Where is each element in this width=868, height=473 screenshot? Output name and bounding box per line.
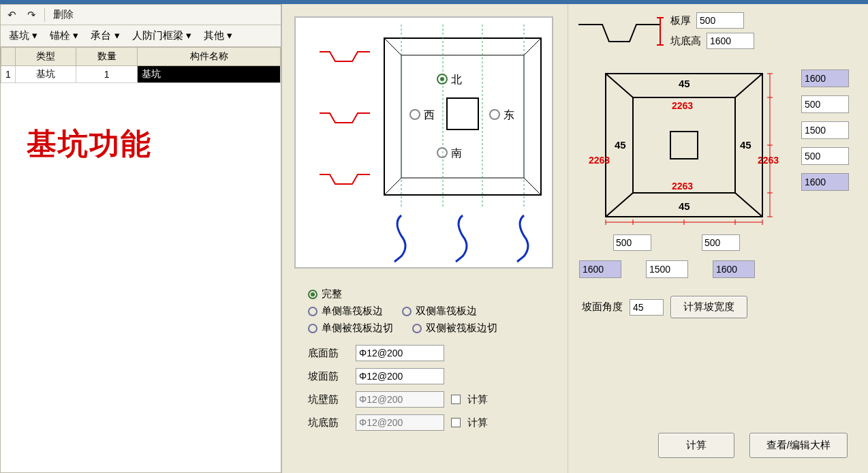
menu-other[interactable]: 其他 ▾	[198, 27, 238, 44]
svg-rect-20	[670, 132, 698, 159]
dim-right: 2263	[758, 155, 779, 166]
dim-bottom-2[interactable]	[646, 260, 688, 278]
svg-point-14	[437, 148, 447, 157]
radio-single-edge[interactable]: 单侧靠筏板边	[308, 305, 383, 318]
row-count: 1	[76, 66, 138, 83]
bottom-rebar-label: 底面筋	[308, 347, 349, 360]
radio-complete-label: 完整	[322, 288, 342, 301]
dir-north-label: 北	[451, 74, 462, 85]
dimension-diagram: 45 45 45 45 2263 2263 2263 2263	[589, 67, 779, 244]
dim-inner-1[interactable]	[613, 234, 651, 251]
wall-rebar-checkbox[interactable]	[451, 395, 461, 404]
radio-double-edge-label: 双侧靠筏板边	[416, 305, 477, 318]
svg-line-24	[735, 193, 762, 217]
svg-rect-9	[447, 98, 478, 129]
radio-single-edge-label: 单侧靠筏板边	[322, 305, 383, 318]
row-index: 1	[1, 66, 16, 83]
svg-line-21	[606, 74, 633, 97]
dim-top: 2263	[672, 100, 693, 111]
row-type: 基坑	[15, 66, 76, 83]
component-grid[interactable]: 类型 数量 构件名称 1 基坑 1 基坑	[1, 47, 281, 83]
menu-cap[interactable]: 承台 ▾	[85, 27, 125, 44]
dim-right-2[interactable]	[801, 95, 849, 113]
radio-double-cut-label: 双侧被筏板边切	[426, 322, 497, 335]
calc-slope-width-button[interactable]: 计算坡宽度	[670, 296, 747, 318]
svg-marker-4	[384, 38, 401, 195]
table-row[interactable]: 1 基坑 1 基坑	[1, 66, 281, 83]
calculate-button[interactable]: 计算	[658, 433, 734, 458]
base-rebar-input[interactable]	[356, 414, 444, 431]
svg-point-12	[410, 110, 420, 119]
radio-single-cut-label: 单侧被筏板边切	[322, 322, 393, 335]
radio-single-cut[interactable]: 单侧被筏板边切	[308, 322, 393, 335]
dim-inner-2[interactable]	[702, 234, 740, 251]
base-rebar-checkbox[interactable]	[451, 418, 461, 427]
angle-left: 45	[615, 139, 626, 151]
dim-right-1[interactable]	[801, 70, 849, 87]
bottom-rebar-input[interactable]	[356, 345, 444, 361]
grid-corner	[1, 48, 16, 66]
back-button[interactable]: ↶	[3, 7, 20, 22]
svg-marker-3	[384, 178, 541, 195]
pit-depth-input[interactable]	[707, 33, 754, 49]
svg-rect-19	[633, 97, 735, 193]
wall-rebar-calc-label: 计算	[467, 393, 488, 406]
wall-rebar-label: 坑壁筋	[308, 393, 349, 406]
svg-marker-2	[524, 38, 541, 195]
menu-pit[interactable]: 基坑 ▾	[3, 27, 43, 44]
menu-anchor[interactable]: 锚栓 ▾	[44, 27, 84, 44]
plan-diagram: 北 西 东 南	[294, 16, 553, 269]
radio-double-edge[interactable]: 双侧靠筏板边	[402, 305, 477, 318]
wall-rebar-input[interactable]	[356, 391, 444, 408]
slope-angle-input[interactable]	[630, 299, 664, 316]
dim-bottom: 2263	[672, 181, 693, 192]
radio-double-cut[interactable]: 双侧被筏板边切	[412, 322, 497, 335]
angle-bottom: 45	[679, 200, 690, 212]
toolbar-separator	[44, 8, 45, 22]
dim-right-3[interactable]	[801, 121, 849, 139]
base-rebar-label: 坑底筋	[308, 416, 349, 429]
section-icon	[575, 12, 664, 53]
slope-angle-label: 坡面角度	[582, 301, 623, 314]
base-rebar-calc-label: 计算	[467, 416, 488, 429]
grid-header-type[interactable]: 类型	[15, 48, 76, 66]
svg-marker-1	[384, 38, 541, 55]
pit-depth-label: 坑底高	[670, 35, 701, 48]
svg-point-11	[440, 77, 444, 81]
slab-thickness-label: 板厚	[670, 14, 691, 27]
view-edit-detail-button[interactable]: 查看/编辑大样	[749, 433, 848, 458]
forward-button[interactable]: ↷	[23, 7, 40, 22]
page-title: 基坑功能	[1, 83, 281, 164]
dim-bottom-3[interactable]	[713, 260, 755, 278]
grid-header-name[interactable]: 构件名称	[138, 48, 281, 66]
dir-west-label: 西	[424, 109, 435, 121]
row-name[interactable]: 基坑	[138, 66, 281, 83]
radio-complete[interactable]: 完整	[308, 288, 342, 301]
delete-button[interactable]: 删除	[49, 7, 78, 22]
svg-line-22	[735, 74, 762, 97]
menu-frame[interactable]: 人防门框梁 ▾	[127, 27, 197, 44]
angle-top: 45	[679, 78, 690, 89]
svg-rect-0	[384, 38, 541, 195]
grid-header-count[interactable]: 数量	[76, 48, 138, 66]
dim-left: 2263	[589, 155, 610, 166]
dir-south-label: 南	[451, 147, 462, 159]
dim-bottom-1[interactable]	[579, 260, 621, 278]
angle-right: 45	[740, 139, 751, 151]
dim-right-5[interactable]	[801, 173, 849, 191]
slope-rebar-label: 坡面筋	[308, 370, 349, 383]
svg-line-23	[606, 193, 633, 217]
slope-rebar-input[interactable]	[356, 368, 444, 384]
slab-thickness-input[interactable]	[696, 12, 744, 29]
dim-right-4[interactable]	[801, 147, 849, 165]
dir-east-label: 东	[503, 109, 514, 121]
svg-point-13	[490, 110, 499, 119]
